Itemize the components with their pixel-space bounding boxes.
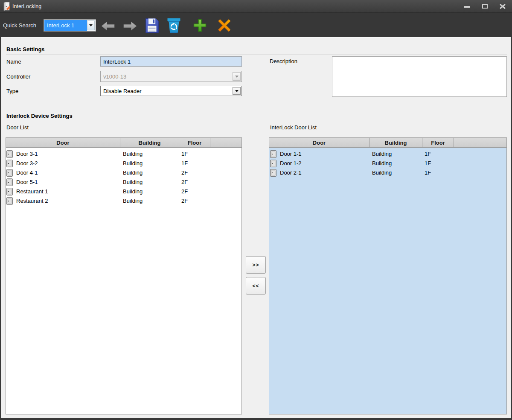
cell-door: Door 2-1 — [280, 168, 302, 178]
add-button[interactable] — [193, 18, 207, 32]
cell-door: Door 3-2 — [16, 159, 38, 168]
cell-building: Building — [123, 178, 143, 187]
cell-door: Door 3-1 — [16, 149, 38, 159]
cell-floor: 1F — [181, 159, 188, 168]
type-label: Type — [6, 88, 18, 94]
name-label: Name — [6, 58, 21, 65]
table-row[interactable]: Door 3-1Building1F — [6, 149, 241, 159]
back-button[interactable] — [101, 21, 115, 31]
column-header-building[interactable]: Building — [120, 138, 179, 147]
table-header: Door Building Floor — [269, 138, 506, 148]
cell-building: Building — [372, 149, 392, 159]
interlock-device-settings-title: Interlock Device Settings — [6, 113, 73, 119]
interlock-door-list-body: Door 1-1Building1FDoor 1-2Building1FDoor… — [269, 148, 506, 414]
column-header-floor[interactable]: Floor — [422, 138, 454, 147]
door-list-table: Door Building Floor Door 3-1Building1FDo… — [6, 137, 242, 414]
cell-door: Restaurant 2 — [16, 196, 48, 206]
close-button[interactable] — [496, 0, 509, 12]
table-row[interactable]: Door 2-1Building1F — [269, 168, 506, 178]
door-icon — [270, 160, 276, 167]
quick-search-combobox[interactable]: InterLock 1 — [44, 19, 96, 32]
close-icon — [500, 4, 506, 9]
divider — [6, 55, 507, 55]
table-row[interactable]: Door 4-1Building2F — [6, 168, 241, 178]
door-icon — [6, 169, 13, 177]
cell-floor: 1F — [425, 168, 431, 178]
move-left-button[interactable]: << — [246, 277, 266, 295]
cell-floor: 1F — [425, 149, 431, 159]
minimize-icon — [464, 6, 470, 8]
controller-label: Controller — [6, 73, 30, 80]
door-icon — [6, 160, 13, 167]
name-input[interactable] — [100, 56, 242, 67]
table-row[interactable]: Restaurant 2Building2F — [6, 196, 241, 206]
window-title: InterLocking — [12, 3, 41, 10]
table-row[interactable]: Door 1-2Building1F — [269, 159, 506, 168]
column-header-door[interactable]: Door — [6, 138, 120, 147]
cell-door: Door 4-1 — [16, 168, 38, 178]
column-header-door[interactable]: Door — [269, 138, 369, 147]
move-right-button[interactable]: >> — [246, 256, 266, 274]
door-list-label: Door List — [6, 124, 29, 131]
table-row[interactable]: Restaurant 1Building2F — [6, 187, 241, 196]
minimize-button[interactable] — [460, 0, 473, 12]
forward-button[interactable] — [123, 21, 137, 31]
door-icon — [270, 150, 276, 158]
interlock-door-list-label: InterLock Door List — [270, 124, 317, 131]
quick-search-dropdown-button[interactable] — [87, 20, 95, 30]
cell-floor: 1F — [425, 159, 431, 168]
basic-settings-title: Basic Settings — [6, 46, 45, 52]
door-icon — [6, 188, 13, 195]
column-header-floor[interactable]: Floor — [179, 138, 210, 147]
maximize-button[interactable] — [478, 0, 491, 12]
table-header: Door Building Floor — [6, 138, 241, 148]
cell-floor: 2F — [181, 187, 188, 196]
cell-building: Building — [372, 159, 392, 168]
delete-button[interactable] — [167, 18, 181, 34]
description-textarea[interactable] — [332, 56, 507, 97]
door-list-body: Door 3-1Building1FDoor 3-2Building1FDoor… — [6, 148, 241, 414]
cell-building: Building — [123, 159, 143, 168]
chevron-down-icon — [89, 24, 93, 26]
chevron-down-icon — [235, 76, 239, 78]
cell-building: Building — [123, 196, 143, 206]
chevron-down-icon — [235, 90, 239, 92]
cancel-button[interactable] — [218, 19, 230, 32]
toolbar: Quick Search InterLock 1 — [0, 13, 512, 37]
save-button[interactable] — [145, 18, 159, 33]
quick-search-value: InterLock 1 — [44, 20, 87, 31]
type-value: Disable Reader — [101, 86, 241, 96]
table-row[interactable]: Door 5-1Building2F — [6, 178, 241, 187]
title-bar: InterLocking — [0, 0, 512, 13]
controller-value: v1000-13 — [101, 71, 241, 82]
cell-floor: 2F — [181, 178, 188, 187]
maximize-icon — [482, 4, 488, 9]
cell-door: Door 1-2 — [280, 159, 302, 168]
app-door-icon — [3, 1, 10, 12]
interlocking-window: InterLocking Quick Search InterLock 1 — [0, 0, 512, 420]
quick-search-label: Quick Search — [3, 22, 36, 29]
cell-building: Building — [123, 149, 143, 159]
cell-floor: 2F — [181, 168, 188, 178]
cell-door: Restaurant 1 — [16, 187, 48, 196]
column-header-blank — [210, 138, 241, 147]
column-header-building[interactable]: Building — [369, 138, 422, 147]
table-row[interactable]: Door 3-2Building1F — [6, 159, 241, 168]
cell-floor: 1F — [181, 149, 188, 159]
cell-building: Building — [123, 168, 143, 178]
controller-dropdown-button — [233, 72, 241, 81]
door-icon — [6, 150, 13, 158]
type-combobox[interactable]: Disable Reader — [100, 86, 242, 96]
cell-door: Door 1-1 — [280, 149, 302, 159]
door-icon — [270, 169, 276, 177]
cell-floor: 2F — [181, 196, 188, 206]
cell-building: Building — [123, 187, 143, 196]
cell-door: Door 5-1 — [16, 178, 38, 187]
table-row[interactable]: Door 1-1Building1F — [269, 149, 506, 159]
cell-building: Building — [372, 168, 392, 178]
interlock-door-list-table: Door Building Floor Door 1-1Building1FDo… — [269, 137, 507, 414]
type-dropdown-button[interactable] — [233, 87, 241, 95]
column-header-blank — [454, 138, 506, 147]
description-label: Description — [270, 58, 297, 64]
door-icon — [6, 197, 13, 205]
